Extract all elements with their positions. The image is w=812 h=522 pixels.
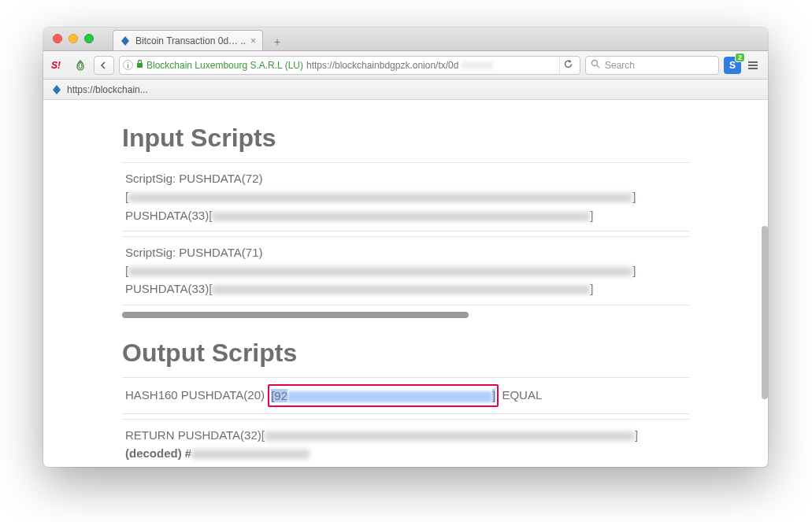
input-script-2: ScriptSig: PUSHDATA(71) [] PUSHDATA(33)[… <box>122 236 689 305</box>
highlighted-hash: [92] <box>268 384 499 407</box>
url-bar[interactable]: i Blockchain Luxembourg S.A.R.L (LU) htt… <box>119 56 580 75</box>
bookmark-favicon-icon <box>51 84 62 95</box>
close-tab-icon[interactable]: × <box>250 35 256 46</box>
tab-favicon-icon <box>120 35 131 46</box>
output-scripts-heading: Output Scripts <box>122 339 689 368</box>
extensions-area: S 2 <box>724 57 762 74</box>
svg-text:S!: S! <box>51 60 61 71</box>
window-controls <box>53 34 94 43</box>
hamburger-menu-icon[interactable] <box>744 57 762 74</box>
redacted-data <box>212 285 590 294</box>
ev-cert-label: Blockchain Luxembourg S.A.R.L (LU) <box>146 60 303 71</box>
bookmark-item[interactable]: https://blockchain... <box>67 84 148 95</box>
decoded-label: (decoded) # <box>125 446 191 460</box>
scriptsig2-pushdata33: PUSHDATA(33)[] <box>125 280 686 298</box>
horizontal-scrollbar[interactable] <box>122 312 469 318</box>
scriptsig1-data: [] <box>125 187 686 205</box>
maximize-window-button[interactable] <box>84 34 94 43</box>
browser-window: Bitcoin Transaction 0d… .. × + S! i Bloc… <box>43 28 768 467</box>
output-script-2: RETURN PUSHDATA(32)[] (decoded) # <box>122 419 689 467</box>
browser-tab[interactable]: Bitcoin Transaction 0d… .. × <box>113 30 263 50</box>
svg-line-4 <box>597 65 599 68</box>
output-script-1: HASH160 PUSHDATA(20) [92] EQUAL <box>122 377 689 414</box>
close-window-button[interactable] <box>53 34 62 43</box>
scriptsig2-label: ScriptSig: PUSHDATA(71) <box>125 243 686 261</box>
redacted-data <box>128 193 632 202</box>
svg-marker-0 <box>121 36 129 46</box>
reload-button[interactable] <box>559 57 577 74</box>
new-tab-button[interactable]: + <box>268 33 287 50</box>
input-script-1: ScriptSig: PUSHDATA(72) [] PUSHDATA(33)[… <box>122 162 689 231</box>
tab-title: Bitcoin Transaction 0d… .. <box>135 35 246 46</box>
minimize-window-button[interactable] <box>69 34 78 43</box>
vertical-scrollbar[interactable] <box>762 226 768 399</box>
page-content: Input Scripts ScriptSig: PUSHDATA(72) []… <box>43 100 768 467</box>
search-bar[interactable]: Search <box>585 56 719 75</box>
site-info-icon[interactable]: i <box>123 60 133 70</box>
svg-point-3 <box>592 61 598 66</box>
back-button[interactable] <box>94 56 114 75</box>
extension-s-button[interactable]: S 2 <box>724 57 741 74</box>
redacted-data <box>212 212 590 221</box>
redacted-data <box>191 450 310 459</box>
redacted-data <box>265 431 635 441</box>
input-scripts-heading: Input Scripts <box>122 124 689 153</box>
tor-onion-icon[interactable] <box>72 57 89 74</box>
toolbar: S! i Blockchain Luxembourg S.A.R.L (LU) … <box>43 51 768 80</box>
search-placeholder: Search <box>605 60 635 71</box>
scriptsig1-label: ScriptSig: PUSHDATA(72) <box>125 169 686 187</box>
svg-marker-8 <box>53 85 61 94</box>
extension-si-icon[interactable]: S! <box>50 57 67 74</box>
scriptsig2-data: [] <box>125 261 686 280</box>
redacted-highlight <box>287 391 492 402</box>
scriptsig1-pushdata33: PUSHDATA(33)[] <box>125 206 686 224</box>
redacted-data <box>128 267 632 276</box>
lock-icon <box>136 60 143 70</box>
search-icon <box>591 59 600 71</box>
url-blur <box>462 61 493 69</box>
bookmarks-bar: https://blockchain... <box>43 80 768 100</box>
svg-rect-2 <box>137 63 143 68</box>
extension-badge: 2 <box>735 53 745 62</box>
tab-bar: Bitcoin Transaction 0d… .. × + <box>43 28 768 51</box>
url-text: https://blockchainbdgpzk.onion/tx/0d <box>306 60 458 71</box>
